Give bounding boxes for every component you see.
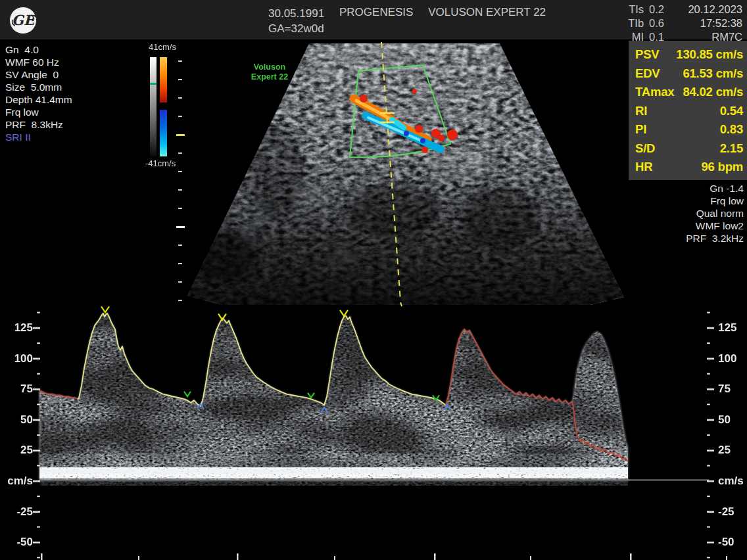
measurement-value: 130.85 cm/s xyxy=(676,45,743,64)
measurement-label: PSV xyxy=(635,45,659,64)
measurement-label: S/D xyxy=(635,139,655,158)
param-prf: PRF 8.3kHz xyxy=(5,118,72,131)
system-time: 17:52:38 xyxy=(657,16,742,30)
pre-baseline-noise xyxy=(39,454,628,469)
measurement-value: 0.54 xyxy=(720,102,743,121)
ti-label: TIs xyxy=(629,3,644,16)
watermark-line2: Expert 22 xyxy=(246,72,293,82)
gray-bar-marker xyxy=(150,83,157,85)
param-size: Size 5.0mm xyxy=(5,81,72,93)
axis-label: cm/s xyxy=(0,474,33,488)
color-bar-toward xyxy=(160,57,167,103)
grayscale-bar xyxy=(150,57,157,156)
clock-block: 20.12.2023 17:52:38 RM7C xyxy=(657,3,742,44)
ge-logo-icon: GE xyxy=(8,5,38,35)
param-frq: Frq low xyxy=(5,106,72,118)
param-d-frq: Frq low xyxy=(686,195,744,207)
axis-label: cm/s xyxy=(718,474,747,488)
axis-label: 50 xyxy=(718,413,747,427)
measurement-label: RI xyxy=(635,102,647,121)
watermark-line1: Voluson xyxy=(246,62,293,72)
color-scale-max: 41cm/s xyxy=(149,42,176,52)
top-status-bar: GE 30.05.1991 GA=32w0d PROGENESIS VOLUSO… xyxy=(0,0,747,39)
param-d-qual: Qual norm xyxy=(686,207,744,220)
measurement-row-pi: PI 0.83 xyxy=(635,120,743,139)
patient-block: 30.05.1991 GA=32w0d xyxy=(268,6,324,36)
peak-marker xyxy=(101,306,109,312)
measurement-row-sd: S/D 2.15 xyxy=(635,139,743,158)
axis-label: 75 xyxy=(718,382,747,396)
acquisition-params: Gn 4.0 WMF 60 Hz SV Angle 0 Size 5.0mm D… xyxy=(5,43,72,143)
ti-label: TIb xyxy=(628,16,644,30)
peak-marker xyxy=(340,310,348,316)
axis-label: 25 xyxy=(718,443,747,457)
measurement-row-hr: HR 96 bpm xyxy=(635,158,743,177)
measurement-value: 0.83 xyxy=(720,120,743,139)
system-date: 20.12.2023 xyxy=(657,3,742,16)
gestational-age: GA=32w0d xyxy=(268,21,324,36)
system-watermark: Voluson Expert 22 xyxy=(246,62,293,82)
param-gain: Gn 4.0 xyxy=(5,43,72,56)
ultrasound-screen: GE 30.05.1991 GA=32w0d PROGENESIS VOLUSO… xyxy=(0,0,747,560)
measurement-value: 84.02 cm/s xyxy=(683,83,743,102)
axis-label: -25 xyxy=(718,505,747,519)
axis-label: -50 xyxy=(0,535,33,549)
measurement-value: 61.53 cm/s xyxy=(683,64,743,83)
facility-name: PROGENESIS xyxy=(339,6,413,18)
ge-monogram: GE xyxy=(12,12,36,28)
measurement-label: PI xyxy=(635,120,646,139)
cursor-tail xyxy=(400,302,402,306)
ti-row: TIs 0.2 xyxy=(595,3,664,16)
axis-label: -25 xyxy=(0,505,33,519)
doppler-params: Gn -1.4 Frq low Qual norm WMF low2 PRF 3… xyxy=(686,182,744,245)
color-bar-away xyxy=(160,110,167,156)
axis-label: 50 xyxy=(0,413,33,427)
measurement-row-edv: EDV 61.53 cm/s xyxy=(635,64,743,83)
below-baseline-fringe xyxy=(39,481,628,486)
measurement-value: 2.15 xyxy=(720,139,743,158)
diastole-marker xyxy=(308,393,314,398)
measurement-row-tamax: TAmax 84.02 cm/s xyxy=(635,83,743,102)
measurement-value: 96 bpm xyxy=(701,158,743,177)
title-block: PROGENESIS VOLUSON EXPERT 22 xyxy=(339,6,558,19)
axis-label: 125 xyxy=(718,321,747,335)
flow-dark-blue-spot xyxy=(420,138,425,143)
param-wmf: WMF 60 Hz xyxy=(5,56,72,68)
measurement-label: EDV xyxy=(635,64,660,83)
measurement-panel: PSV 130.85 cm/s EDV 61.53 cm/s TAmax 84.… xyxy=(629,41,747,180)
wall-clutter-core xyxy=(39,469,628,474)
baseline xyxy=(39,480,709,481)
measurement-row-psv: PSV 130.85 cm/s xyxy=(635,45,743,64)
time-axis-ticks xyxy=(41,553,727,560)
color-scale-min: -41cm/s xyxy=(145,158,176,168)
spectral-doppler-display xyxy=(0,302,747,560)
param-depth: Depth 41.4mm xyxy=(5,93,72,106)
measurement-label: HR xyxy=(635,158,652,177)
param-d-gain: Gn -1.4 xyxy=(686,182,744,195)
depth-ruler xyxy=(176,60,185,301)
exam-date: 30.05.1991 xyxy=(268,6,324,21)
flow-dark-blue-spot xyxy=(404,131,409,136)
axis-label: 100 xyxy=(718,352,747,366)
axis-label: 75 xyxy=(0,382,33,396)
measurement-label: TAmax xyxy=(635,83,674,102)
param-d-wmf: WMF low2 xyxy=(686,220,744,232)
axis-label: 100 xyxy=(0,352,33,366)
safety-indices: TIs 0.2 TIb 0.6 MI 0.1 xyxy=(595,3,664,44)
peak-marker xyxy=(218,314,226,319)
system-name: VOLUSON EXPERT 22 xyxy=(428,6,546,18)
axis-label: -50 xyxy=(718,535,747,549)
param-d-prf: PRF 3.2kHz xyxy=(686,232,744,245)
axis-label: 25 xyxy=(0,443,33,457)
axis-label: 125 xyxy=(0,321,33,335)
diastole-marker xyxy=(184,392,191,397)
param-sv-angle: SV Angle 0 xyxy=(5,68,72,81)
measurement-row-ri: RI 0.54 xyxy=(635,102,743,121)
param-sri: SRI II xyxy=(5,131,72,143)
ti-row: TIb 0.6 xyxy=(595,16,664,30)
